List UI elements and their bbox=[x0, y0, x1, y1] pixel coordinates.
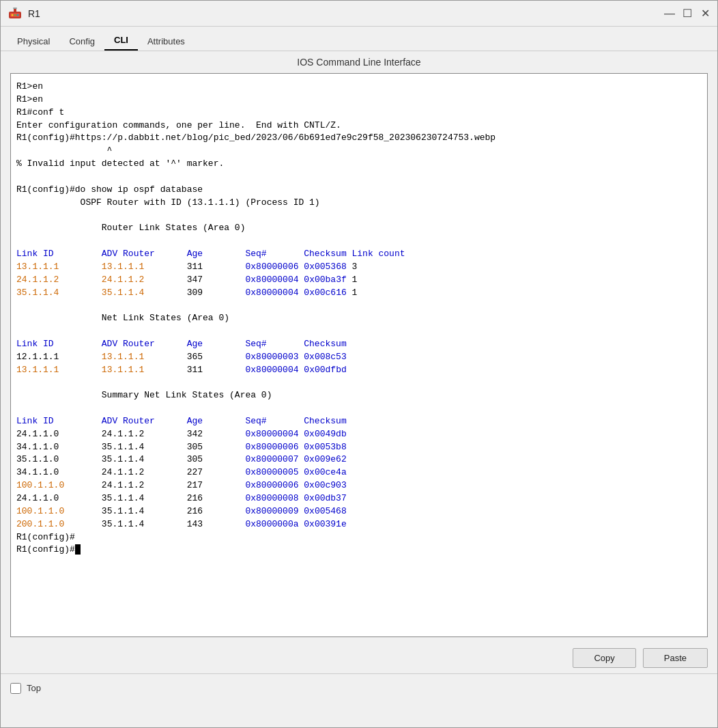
paste-button[interactable]: Paste bbox=[643, 648, 708, 668]
svg-point-2 bbox=[12, 14, 14, 16]
cli-line: R1>en R1>en R1#conf t Enter configuratio… bbox=[16, 81, 702, 557]
title-bar-left: R1 bbox=[8, 6, 40, 21]
cli-row: 24.1.1.0 35.1.1.4 216 0x80000008 0x00db3… bbox=[16, 493, 347, 503]
minimize-button[interactable]: — bbox=[664, 8, 675, 19]
cli-row: 200.1.1.0 35.1.1.4 143 0x8000000a 0x0039… bbox=[16, 519, 347, 529]
cli-row: 13.1.1.1 13.1.1.1 311 0x80000004 0x00dfb… bbox=[16, 365, 347, 375]
cli-header: Link ID ADV Router Age Seq# Checksum bbox=[16, 339, 347, 349]
bottom-bar: Top bbox=[1, 673, 717, 702]
tab-physical[interactable]: Physical bbox=[8, 32, 59, 51]
buttons-row: Copy Paste bbox=[1, 643, 717, 673]
cli-terminal[interactable]: R1>en R1>en R1#conf t Enter configuratio… bbox=[10, 73, 708, 637]
cli-header: Link ID ADV Router Age Seq# Checksum bbox=[16, 416, 347, 426]
top-label[interactable]: Top bbox=[27, 683, 41, 693]
cli-header: Link ID ADV Router Age Seq# Checksum Lin… bbox=[16, 249, 405, 259]
cli-row: 100.1.1.0 24.1.1.2 217 0x80000006 0x00c9… bbox=[16, 480, 347, 490]
cli-row: 34.1.1.0 24.1.1.2 227 0x80000005 0x00ce4… bbox=[16, 467, 347, 477]
cli-row: 12.1.1.1 13.1.1.1 365 0x80000003 0x008c5… bbox=[16, 352, 347, 362]
svg-rect-6 bbox=[13, 8, 17, 9]
restore-button[interactable]: ☐ bbox=[682, 8, 693, 19]
svg-point-3 bbox=[14, 14, 16, 16]
tab-cli[interactable]: CLI bbox=[104, 31, 138, 51]
cli-output[interactable]: R1>en R1>en R1#conf t Enter configuratio… bbox=[11, 74, 707, 636]
window-title: R1 bbox=[28, 8, 40, 19]
tabs-bar: Physical Config CLI Attributes bbox=[1, 27, 717, 51]
top-checkbox[interactable] bbox=[10, 683, 21, 694]
close-button[interactable]: ✕ bbox=[700, 8, 710, 19]
cli-row: 34.1.1.0 35.1.1.4 305 0x80000006 0x0053b… bbox=[16, 442, 347, 452]
tab-config[interactable]: Config bbox=[59, 32, 104, 51]
copy-button[interactable]: Copy bbox=[573, 648, 635, 668]
cli-row: 24.1.1.2 24.1.1.2 347 0x80000004 0x00ba3… bbox=[16, 275, 357, 285]
cli-row: 24.1.1.0 24.1.1.2 342 0x80000004 0x0049d… bbox=[16, 429, 347, 439]
title-bar-controls: — ☐ ✕ bbox=[664, 8, 710, 19]
cli-row: 35.1.1.0 35.1.1.4 305 0x80000007 0x009e6… bbox=[16, 454, 347, 464]
svg-point-4 bbox=[17, 14, 19, 16]
router-icon bbox=[8, 6, 23, 21]
tab-attributes[interactable]: Attributes bbox=[138, 32, 195, 51]
title-bar: R1 — ☐ ✕ bbox=[1, 1, 717, 27]
cli-row: 35.1.1.4 35.1.1.4 309 0x80000004 0x00c61… bbox=[16, 288, 357, 298]
cli-row: 13.1.1.1 13.1.1.1 311 0x80000006 0x00536… bbox=[16, 262, 357, 272]
section-title: IOS Command Line Interface bbox=[1, 51, 717, 73]
cli-row: 100.1.1.0 35.1.1.4 216 0x80000009 0x0054… bbox=[16, 506, 347, 516]
